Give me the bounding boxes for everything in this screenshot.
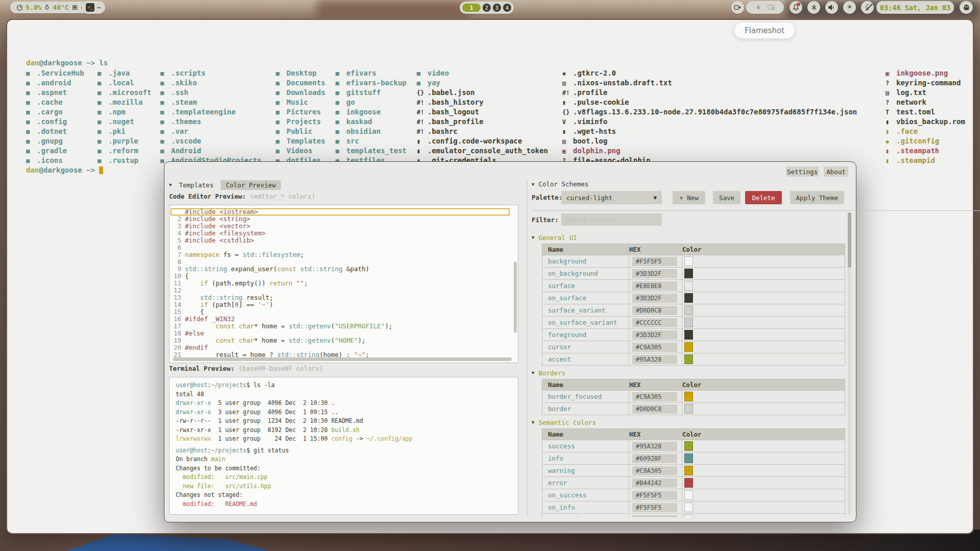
collapse-icon[interactable]: ▼	[169, 182, 172, 187]
section-header[interactable]: ▼Borders	[532, 368, 845, 378]
color-swatch[interactable]	[684, 515, 693, 517]
brightness-button[interactable]: ☀	[843, 1, 856, 14]
tab-color-preview[interactable]: Color Preview	[221, 180, 281, 190]
bluetooth-button[interactable]	[807, 1, 820, 14]
folder-icon: ■	[98, 138, 108, 145]
hex-input[interactable]: #B44242	[632, 478, 677, 488]
palette-select[interactable]: cursed-light ▼	[561, 191, 662, 204]
night-light-button[interactable]: ☾	[861, 1, 874, 14]
hex-input[interactable]: #F5F5F5	[632, 257, 677, 266]
hex-input[interactable]: #C9A305	[632, 343, 677, 352]
sun-icon: ☀	[847, 4, 852, 11]
file-name: log.txt	[896, 88, 926, 97]
hex-input[interactable]: #F5F5F5	[632, 503, 677, 512]
hex-input[interactable]: #CCCCCC	[632, 318, 677, 327]
color-swatch[interactable]	[684, 269, 693, 278]
folder-icon: ■	[160, 99, 171, 106]
hex-input[interactable]: #C9A305	[632, 466, 677, 475]
color-schemes-header[interactable]: ▼ Color Schemes	[532, 180, 588, 188]
color-swatch[interactable]	[684, 392, 693, 401]
delete-button[interactable]: Delete	[745, 191, 782, 204]
hex-input[interactable]: #95A328	[632, 442, 677, 451]
folder-icon: ■	[160, 128, 171, 135]
terminal-preview[interactable]: user@host:~/projects$ ls -latotal 48drwx…	[169, 377, 518, 515]
hex-cell: #C9A305	[629, 465, 682, 476]
notifications-button[interactable]	[790, 1, 802, 14]
moon-off-icon: ☾	[865, 4, 870, 11]
file-item: {}.v8flags.13.6.233.10-node.27.9180b4da3…	[562, 108, 857, 117]
color-list-scrollbar[interactable]	[848, 212, 851, 515]
scrollbar-thumb[interactable]	[848, 212, 851, 268]
apply-theme-button[interactable]: Apply Theme	[790, 191, 844, 204]
screen-record-button[interactable]	[731, 1, 744, 14]
about-button[interactable]: About	[824, 166, 848, 177]
power-menu-button[interactable]	[960, 1, 973, 14]
color-swatch[interactable]	[684, 466, 693, 475]
hex-input[interactable]: #F5F5F5	[632, 491, 677, 500]
hex-input[interactable]: #C9A305	[632, 392, 677, 401]
vertical-scrollbar[interactable]	[514, 261, 517, 333]
code-editor-preview[interactable]: #include <iostream>2#include <string>3#i…	[169, 205, 518, 363]
workspace-2[interactable]: 2	[483, 4, 491, 12]
hex-input[interactable]: #F5F5F5	[632, 515, 677, 518]
color-swatch[interactable]	[684, 293, 693, 303]
clock-pill[interactable]: 03:46 Sat, Jan 03	[876, 1, 954, 14]
hex-cell: #E8E8E8	[629, 280, 682, 292]
editor-preview-header: Code Editor Preview: (editor_* colors)	[169, 193, 315, 200]
color-swatch[interactable]	[684, 330, 693, 340]
color-cell	[682, 268, 845, 279]
color-cell	[682, 403, 845, 415]
color-swatch[interactable]	[684, 281, 693, 291]
tab-templates[interactable]: Templates	[176, 180, 217, 190]
workspace-4[interactable]: 4	[503, 4, 511, 12]
collapse-icon: ▼	[532, 235, 534, 240]
hex-input[interactable]: #60928F	[632, 454, 677, 463]
volume-button[interactable]	[825, 1, 838, 14]
horizontal-scrollbar[interactable]	[173, 357, 512, 361]
hex-input[interactable]: #D0D0C8	[632, 306, 677, 315]
folder-icon: ■	[26, 70, 37, 77]
hex-input[interactable]: #3D3D2F	[632, 294, 677, 303]
color-swatch[interactable]	[684, 490, 693, 500]
save-button[interactable]: Save	[713, 191, 740, 204]
color-swatch[interactable]	[684, 354, 693, 364]
file-name: Templates	[286, 137, 325, 145]
tray-pill[interactable]	[746, 1, 784, 14]
workspace-3[interactable]: 3	[493, 4, 501, 12]
shell-prompt[interactable]: dan@darkgoose ~>	[26, 166, 103, 174]
filter-input[interactable]	[561, 213, 662, 226]
hex-input[interactable]: #95A328	[632, 355, 677, 364]
file-name: .themes	[171, 117, 201, 126]
color-swatch[interactable]	[684, 342, 693, 352]
hex-input[interactable]: #D0D0C8	[632, 404, 677, 414]
shell-script-icon: #!	[417, 99, 427, 106]
column-header: Color	[682, 429, 845, 440]
color-table: NameHEXColorbackground#F5F5F5on_backgrou…	[542, 244, 845, 366]
file-item: ■.scripts	[160, 69, 261, 79]
color-swatch[interactable]	[684, 502, 693, 512]
color-swatch[interactable]	[684, 441, 693, 451]
table-row: error#B44242	[542, 477, 845, 489]
line-number: 2	[171, 215, 185, 223]
color-swatch[interactable]	[684, 478, 693, 488]
terminal-line: user@host:~/projects$ git status	[176, 446, 518, 456]
hex-input[interactable]: #E8E8E8	[632, 281, 677, 291]
color-swatch[interactable]	[684, 318, 693, 327]
section-header[interactable]: ▼Semantic Colors	[532, 417, 845, 427]
file-name: .rustup	[108, 156, 138, 164]
settings-button[interactable]: Settings	[786, 166, 819, 177]
color-swatch[interactable]	[684, 256, 693, 266]
hex-input[interactable]: #3D3D2F	[632, 269, 677, 278]
section-header[interactable]: ▼General UI	[532, 232, 845, 243]
color-name-cell: border	[542, 403, 629, 415]
file-name: inkgoose	[346, 108, 380, 116]
color-swatch[interactable]	[684, 305, 693, 315]
file-item: ■.android	[26, 79, 84, 88]
app-indicator-pill[interactable]: >_ ~	[82, 1, 105, 14]
new-palette-button[interactable]: + New	[673, 191, 705, 204]
color-swatch[interactable]	[684, 453, 693, 463]
hex-input[interactable]: #3D3D2F	[632, 330, 677, 340]
file-name: .steampid	[896, 156, 935, 164]
color-swatch[interactable]	[684, 404, 693, 414]
workspace-1-active[interactable]: 1	[462, 4, 481, 12]
